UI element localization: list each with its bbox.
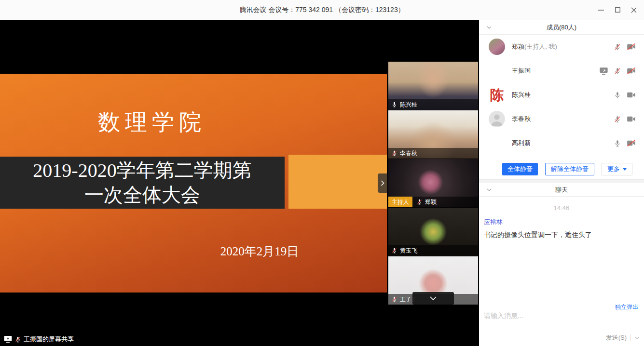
members-panel-header: 成员(80人) [479, 20, 644, 35]
members-collapse-button[interactable] [487, 26, 492, 29]
chat-message-list: 14:46 应裕林 书记的摄像头位置调一下，遮住头了 [479, 197, 644, 300]
slide-banner: 2019-2020学年第二学期第 一次全体大会 [0, 157, 285, 209]
sidebar: 成员(80人) 郑颖(主持人, 我) 王振国 [479, 20, 644, 346]
close-button[interactable] [626, 0, 642, 20]
tile-name: 陈兴桂 [400, 101, 417, 109]
screen-share-stage: 数理学院 2019-2020学年第二学期第 一次全体大会 2020年2月19日 … [0, 20, 479, 346]
member-row-gaolixin[interactable]: 高利新 [479, 131, 644, 155]
person-icon [489, 111, 505, 127]
tile-name: 李春秋 [400, 149, 417, 158]
more-button[interactable]: 更多 [602, 163, 632, 175]
slide-title: 数理学院 [46, 107, 258, 137]
titlebar: 腾讯会议 会议号：775 342 091 （会议密码：123123） [0, 0, 644, 20]
mic-muted-icon [391, 247, 397, 254]
slide-banner-line2: 一次全体大会 [0, 183, 285, 207]
chat-panel-title: 聊天 [555, 186, 568, 194]
chat-footer: 独立弹出 发送(S) [479, 300, 644, 346]
video-strip: 陈兴桂 李春秋 主持人 [388, 62, 478, 306]
mic-on-icon [391, 101, 397, 108]
member-list: 郑颖(主持人, 我) 王振国 [479, 35, 644, 155]
camera-off-icon[interactable] [627, 43, 636, 51]
chat-timestamp: 14:46 [484, 204, 639, 212]
mic-muted-icon[interactable] [614, 115, 621, 123]
mic-muted-icon [14, 336, 21, 343]
tile-name: 郑颖 [425, 198, 437, 206]
member-name: 陈兴桂 [512, 91, 531, 99]
camera-on-icon[interactable] [627, 91, 636, 99]
send-row: 发送(S) [606, 333, 639, 342]
slide-banner-line1: 2019-2020学年第二学期第 [0, 158, 285, 183]
members-panel-title: 成员(80人) [547, 23, 576, 32]
chevron-down-icon [487, 188, 492, 191]
minimize-button[interactable] [593, 0, 609, 20]
presentation-slide: 数理学院 2019-2020学年第二学期第 一次全体大会 2020年2月19日 [0, 74, 387, 293]
video-tile-huangyufei[interactable]: 黄玉飞 [388, 208, 478, 256]
chat-message-text: 书记的摄像头位置调一下，遮住头了 [484, 231, 639, 240]
member-name: 李春秋 [512, 115, 531, 123]
send-options-button[interactable] [635, 336, 639, 339]
chat-panel-header: 聊天 [479, 183, 644, 197]
slide-date: 2020年2月19日 [197, 243, 322, 259]
screen-share-statusbar: 王振国的屏幕共享 [4, 335, 74, 344]
camera-on-icon[interactable] [627, 115, 636, 123]
tile-label: 主持人 郑颖 [388, 197, 478, 207]
chevron-down-icon [635, 336, 639, 339]
screen-share-icon [4, 335, 12, 343]
mic-muted-icon [391, 150, 397, 157]
panel-separator [479, 179, 644, 183]
member-name: 王振国 [512, 67, 531, 75]
chevron-down-icon [430, 296, 437, 300]
member-row-zhengying[interactable]: 郑颖(主持人, 我) [479, 35, 644, 59]
video-tile-chenxinggui[interactable]: 陈兴桂 [388, 62, 478, 110]
member-row-lichunqiu[interactable]: 李春秋 [479, 107, 644, 131]
tile-label: 李春秋 [388, 148, 478, 159]
screen-share-icon[interactable] [599, 67, 608, 75]
member-actions: 全体静音 解除全体静音 更多 [502, 163, 632, 175]
chat-popout-link[interactable]: 独立弹出 [615, 303, 638, 311]
send-button[interactable]: 发送(S) [606, 333, 627, 342]
mic-muted-icon [391, 296, 397, 303]
video-strip-collapse-button[interactable] [412, 292, 454, 305]
window-title: 腾讯会议 会议号：775 342 091 （会议密码：123123） [239, 6, 404, 14]
tile-label: 陈兴桂 [388, 99, 478, 110]
member-name: 郑颖 [512, 43, 524, 50]
avatar [489, 135, 505, 151]
mic-muted-icon[interactable] [614, 67, 621, 75]
avatar [489, 39, 505, 55]
chat-input[interactable] [484, 312, 639, 319]
more-label: 更多 [607, 165, 620, 173]
host-badge: 主持人 [388, 197, 412, 207]
camera-off-icon[interactable] [627, 67, 636, 75]
avatar [489, 63, 505, 79]
chevron-down-icon [487, 26, 492, 29]
chevron-right-icon [381, 180, 384, 186]
close-icon [631, 7, 637, 13]
tile-label: 黄玉飞 [388, 245, 478, 256]
member-name: 高利新 [512, 139, 531, 147]
chat-collapse-button[interactable] [487, 188, 492, 191]
mute-all-button[interactable]: 全体静音 [502, 163, 538, 175]
tencent-meeting-window: 腾讯会议 会议号：775 342 091 （会议密码：123123） 数理学院 … [0, 0, 644, 346]
window-controls [593, 0, 642, 20]
member-role-suffix: (主持人, 我) [524, 43, 557, 50]
video-tile-zhengying[interactable]: 主持人 郑颖 [388, 159, 478, 207]
mic-on-icon[interactable] [614, 139, 621, 147]
maximize-button[interactable] [609, 0, 626, 20]
mic-muted-icon [416, 199, 423, 205]
camera-off-icon[interactable] [627, 139, 636, 147]
slide-accent-box [288, 155, 387, 209]
caret-down-icon [623, 168, 627, 171]
send-separator [630, 334, 631, 341]
screen-share-label: 王振国的屏幕共享 [24, 335, 74, 344]
video-strip-expand-button[interactable] [378, 173, 387, 193]
minimize-icon [598, 7, 604, 13]
unmute-all-button[interactable]: 解除全体静音 [545, 163, 594, 175]
member-row-chenxinggui[interactable]: 陈 陈兴桂 [479, 83, 644, 107]
avatar-default [489, 111, 505, 127]
video-tile-lichunqiu[interactable]: 李春秋 [388, 110, 478, 159]
tile-name: 黄玉飞 [400, 247, 417, 255]
member-row-wangzhenguo[interactable]: 王振国 [479, 59, 644, 83]
maximize-icon [615, 7, 620, 13]
mic-on-icon[interactable] [614, 91, 621, 99]
mic-muted-icon[interactable] [614, 43, 621, 51]
